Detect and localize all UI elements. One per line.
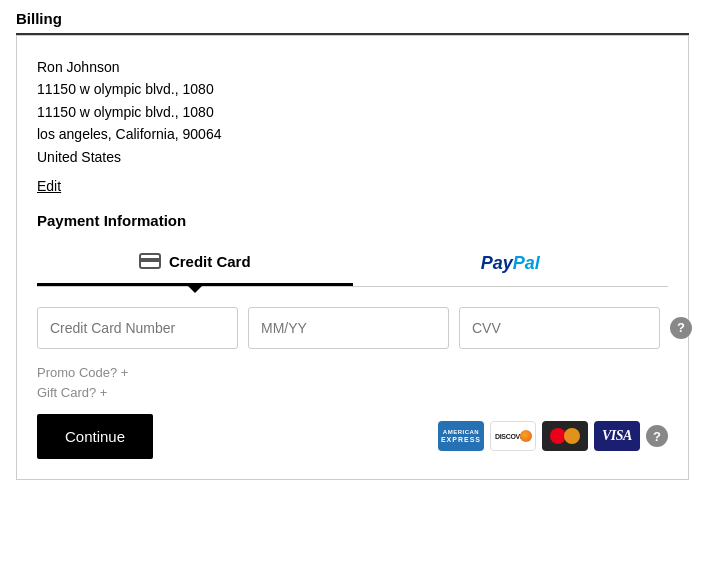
address-country: United States xyxy=(37,146,668,168)
cvv-help-button[interactable]: ? xyxy=(670,317,692,339)
card-fields: ? xyxy=(37,307,668,349)
cards-help-button[interactable]: ? xyxy=(646,425,668,447)
bottom-row: Continue AMERICANEXPRESS DISCOVER xyxy=(37,414,668,459)
discover-dot xyxy=(520,430,532,442)
address-name: Ron Johnson xyxy=(37,56,668,78)
tab-credit-card[interactable]: Credit Card xyxy=(37,243,353,286)
mc-yellow-circle xyxy=(564,428,580,444)
paypal-label: PayPal xyxy=(481,253,540,273)
gift-card-link[interactable]: Gift Card? + xyxy=(37,385,668,400)
visa-logo: VISA xyxy=(594,421,640,451)
address-block: Ron Johnson 11150 w olympic blvd., 1080 … xyxy=(37,56,668,168)
address-line2: 11150 w olympic blvd., 1080 xyxy=(37,101,668,123)
promo-code-link[interactable]: Promo Code? + xyxy=(37,365,668,380)
discover-logo: DISCOVER xyxy=(490,421,536,451)
tab-credit-card-label: Credit Card xyxy=(169,253,251,270)
tab-paypal[interactable]: PayPal xyxy=(353,243,669,286)
page-wrapper: Billing Ron Johnson 11150 w olympic blvd… xyxy=(0,0,705,496)
mastercard-logo xyxy=(542,421,588,451)
address-line1: 11150 w olympic blvd., 1080 xyxy=(37,78,668,100)
card-logos: AMERICANEXPRESS DISCOVER VISA ? xyxy=(438,421,668,451)
payment-tabs: Credit Card PayPal xyxy=(37,243,668,287)
amex-logo: AMERICANEXPRESS xyxy=(438,421,484,451)
cvv-input[interactable] xyxy=(459,307,660,349)
credit-card-icon xyxy=(139,253,161,269)
billing-box: Ron Johnson 11150 w olympic blvd., 1080 … xyxy=(16,35,689,480)
payment-info-label: Payment Information xyxy=(37,212,668,229)
edit-link[interactable]: Edit xyxy=(37,178,61,194)
expiry-input[interactable] xyxy=(248,307,449,349)
address-line3: los angeles, California, 90064 xyxy=(37,123,668,145)
credit-card-number-input[interactable] xyxy=(37,307,238,349)
billing-header: Billing xyxy=(16,10,689,35)
promo-gift-section: Promo Code? + Gift Card? + xyxy=(37,365,668,400)
continue-button[interactable]: Continue xyxy=(37,414,153,459)
